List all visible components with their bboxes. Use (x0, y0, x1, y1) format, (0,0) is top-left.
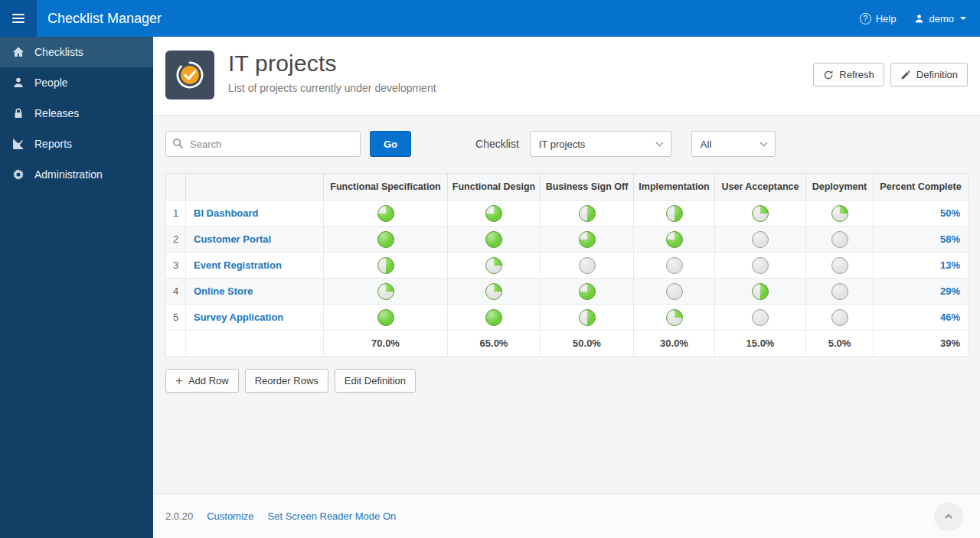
column-header: Functional Design (448, 174, 541, 201)
project-link[interactable]: Online Store (194, 285, 253, 297)
status-pie[interactable] (377, 283, 394, 300)
total-percent: 39% (874, 331, 969, 357)
status-pie[interactable] (579, 283, 596, 300)
project-link[interactable]: Survey Application (194, 311, 283, 323)
project-name-header (186, 174, 324, 201)
content-region: Go Checklist IT projects All Functional … (153, 116, 980, 494)
administration-icon (12, 168, 24, 181)
stage-cell (715, 279, 806, 305)
table-row: 2Customer Portal58% (166, 227, 969, 253)
checklist-select-label: Checklist (475, 138, 519, 150)
hamburger-menu-button[interactable] (0, 0, 37, 37)
toolbar: Go Checklist IT projects All (165, 131, 968, 157)
status-pie[interactable] (377, 257, 394, 274)
chevron-down-icon (760, 139, 767, 146)
column-total: 15.0% (715, 331, 806, 357)
column-total: 65.0% (448, 331, 541, 357)
checklist-select[interactable]: IT projects (530, 131, 671, 157)
stage-cell (541, 227, 634, 253)
page-footer: 2.0.20 Customize Set Screen Reader Mode … (153, 494, 980, 538)
reorder-rows-button[interactable]: Reorder Rows (245, 369, 328, 393)
status-pie[interactable] (377, 309, 394, 326)
status-pie[interactable] (666, 231, 683, 248)
status-pie[interactable] (666, 309, 683, 326)
go-button[interactable]: Go (370, 131, 411, 157)
status-pie[interactable] (831, 309, 848, 326)
sidebar-item-checklists[interactable]: Checklists (0, 37, 153, 67)
percent-complete-header: Percent Complete (874, 174, 969, 201)
user-menu[interactable]: demo (914, 13, 966, 24)
status-pie[interactable] (579, 205, 596, 222)
sidebar: ChecklistsPeopleReleasesReportsAdministr… (0, 37, 153, 538)
stage-cell (324, 227, 448, 253)
status-pie[interactable] (377, 205, 394, 222)
stage-cell (806, 227, 874, 253)
status-pie[interactable] (831, 231, 848, 248)
refresh-button[interactable]: Refresh (813, 63, 884, 86)
checklist-table: Functional SpecificationFunctional Desig… (165, 173, 969, 357)
sidebar-item-label: Administration (34, 168, 103, 181)
status-pie[interactable] (485, 283, 502, 300)
reports-icon (12, 138, 24, 150)
sidebar-item-administration[interactable]: Administration (0, 159, 153, 190)
project-link[interactable]: BI Dashboard (194, 207, 259, 219)
help-menu[interactable]: ? Help (860, 13, 897, 24)
project-name-cell: Online Store (186, 279, 324, 305)
status-pie[interactable] (666, 205, 683, 222)
percent-complete: 13% (874, 253, 969, 279)
status-pie[interactable] (485, 257, 502, 274)
stage-cell (448, 227, 541, 253)
status-pie[interactable] (831, 257, 848, 274)
screen-reader-link[interactable]: Set Screen Reader Mode On (268, 510, 397, 522)
status-pie[interactable] (579, 231, 596, 248)
column-total: 5.0% (806, 331, 874, 357)
stage-cell (541, 305, 634, 331)
sidebar-nav: ChecklistsPeopleReleasesReportsAdministr… (0, 37, 153, 190)
status-pie[interactable] (666, 283, 683, 300)
customize-link[interactable]: Customize (207, 510, 253, 522)
column-total: 70.0% (324, 331, 448, 357)
scope-select[interactable]: All (691, 131, 776, 157)
status-pie[interactable] (485, 205, 502, 222)
status-pie[interactable] (831, 283, 848, 300)
add-row-button[interactable]: + Add Row (165, 369, 239, 393)
checklist-app-icon (165, 51, 214, 99)
status-pie[interactable] (831, 205, 848, 222)
app-window: Checklist Manager ? Help demo Checklists… (0, 0, 980, 538)
stage-cell (715, 253, 806, 279)
status-pie[interactable] (752, 257, 769, 274)
plus-icon: + (175, 377, 183, 386)
definition-button[interactable]: Definition (890, 63, 968, 86)
percent-complete: 50% (874, 201, 969, 227)
project-link[interactable]: Customer Portal (194, 233, 271, 245)
user-label: demo (929, 13, 954, 24)
column-header: Business Sign Off (541, 174, 634, 201)
search-input[interactable] (165, 131, 361, 157)
stage-cell (541, 201, 634, 227)
table-header-row: Functional SpecificationFunctional Desig… (166, 174, 969, 201)
project-link[interactable]: Event Registration (194, 259, 282, 271)
stage-cell (541, 253, 634, 279)
status-pie[interactable] (666, 257, 683, 274)
scroll-to-top-button[interactable] (934, 502, 963, 531)
status-pie[interactable] (579, 309, 596, 326)
project-name-cell: BI Dashboard (186, 201, 324, 227)
status-pie[interactable] (377, 231, 394, 248)
status-pie[interactable] (752, 231, 769, 248)
status-pie[interactable] (485, 309, 502, 326)
status-pie[interactable] (752, 309, 769, 326)
releases-icon (12, 107, 24, 119)
top-header-bar: Checklist Manager ? Help demo (0, 0, 980, 37)
sidebar-item-people[interactable]: People (0, 67, 153, 98)
refresh-icon (823, 70, 834, 80)
sidebar-item-reports[interactable]: Reports (0, 129, 153, 159)
sidebar-item-label: People (34, 77, 68, 89)
stage-cell (715, 227, 806, 253)
sidebar-item-releases[interactable]: Releases (0, 98, 153, 129)
status-pie[interactable] (752, 205, 769, 222)
row-number: 3 (166, 253, 186, 279)
status-pie[interactable] (752, 283, 769, 300)
status-pie[interactable] (485, 231, 502, 248)
status-pie[interactable] (579, 257, 596, 274)
edit-definition-button[interactable]: Edit Definition (335, 369, 416, 393)
